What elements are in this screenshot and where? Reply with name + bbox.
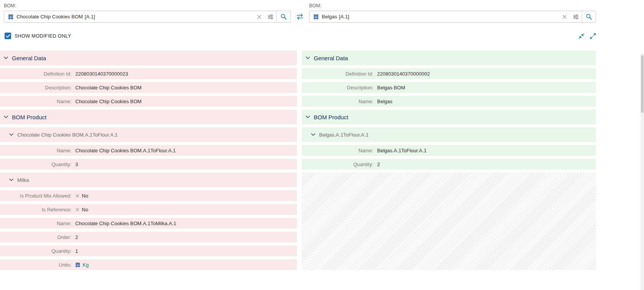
revision-label: [A.1] bbox=[339, 14, 349, 20]
field-row: Name:Belgas bbox=[302, 96, 596, 107]
table-icon bbox=[75, 262, 80, 267]
section-title: Milka bbox=[17, 177, 29, 183]
field-row: Is Reference:No bbox=[0, 204, 297, 215]
bom-picker-right-value: Belgas[A.1] bbox=[322, 14, 559, 20]
clear-icon[interactable] bbox=[254, 15, 265, 19]
bom-picker-left-value: Chocolate Chip Cookies BOM[A.1] bbox=[17, 14, 254, 20]
field-label: Quantity: bbox=[302, 161, 377, 167]
field-row: Description:Belgas BOM bbox=[302, 82, 596, 93]
search-icon[interactable] bbox=[276, 11, 290, 22]
field-value: 2208030140370000002 bbox=[377, 71, 430, 77]
panel-size-controls bbox=[578, 33, 596, 39]
field-label: Is Reference: bbox=[0, 207, 75, 213]
chevron-down-icon bbox=[4, 115, 8, 119]
field-value: No bbox=[75, 193, 88, 199]
field-value: Belgas BOM bbox=[377, 85, 405, 91]
field-label: Name: bbox=[0, 148, 75, 153]
x-mark-icon bbox=[75, 194, 79, 198]
show-modified-only-checkbox[interactable]: SHOW MODIFIED ONLY bbox=[5, 33, 71, 39]
field-value: 2 bbox=[75, 234, 78, 240]
field-value: No bbox=[75, 207, 88, 213]
field-row: Definition Id:2208030140370000002 bbox=[302, 68, 596, 79]
chevron-down-icon bbox=[9, 178, 13, 181]
bom-comparison: General DataDefinition Id:22080301403700… bbox=[0, 51, 644, 270]
field-label: Units: bbox=[0, 262, 75, 268]
field-row: Quantity:2 bbox=[302, 159, 596, 170]
field-value: Chocolate Chip Cookies BOM.A.1ToMilka.A.… bbox=[75, 221, 176, 226]
section-title: BOM Product bbox=[12, 114, 46, 120]
field-label: Is Product Mix Allowed: bbox=[0, 193, 75, 199]
chevron-down-icon bbox=[306, 115, 310, 119]
bom-picker-left-input[interactable]: Chocolate Chip Cookies BOM[A.1] bbox=[4, 11, 291, 23]
section-header[interactable]: General Data bbox=[302, 51, 596, 65]
field-label: Name: bbox=[302, 99, 377, 104]
field-label: Definition Id: bbox=[302, 71, 377, 77]
field-label: Quantity: bbox=[0, 161, 75, 167]
field-value: Chocolate Chip Cookies BOM.A.1ToFlour.A.… bbox=[75, 148, 176, 153]
section-title: Chocolate Chip Cookies BOM.A.1ToFlour.A.… bbox=[17, 132, 118, 138]
right-bom-panel: General DataDefinition Id:22080301403700… bbox=[302, 51, 596, 270]
field-label: Quantity: bbox=[0, 248, 75, 254]
search-icon[interactable] bbox=[582, 11, 596, 22]
field-row: Definition Id:2208030140370000023 bbox=[0, 68, 297, 79]
bom-picker-right-input[interactable]: Belgas[A.1] bbox=[309, 11, 596, 23]
subsection-header[interactable]: Chocolate Chip Cookies BOM.A.1ToFlour.A.… bbox=[0, 127, 297, 142]
bom-picker-right-label: BOM: bbox=[309, 3, 596, 8]
field-label: Name: bbox=[0, 221, 75, 226]
section-header[interactable]: General Data bbox=[0, 51, 297, 65]
subsection-header[interactable]: Milka bbox=[0, 173, 297, 187]
field-label: Order: bbox=[0, 234, 75, 240]
field-value: Chocolate Chip Cookies BOM bbox=[75, 85, 142, 91]
collapse-all-icon[interactable] bbox=[578, 33, 584, 39]
field-row: Description:Chocolate Chip Cookies BOM bbox=[0, 82, 297, 93]
scrollbar-thumb[interactable] bbox=[641, 55, 644, 113]
section-title: General Data bbox=[12, 55, 46, 61]
checkbox-checked-icon bbox=[5, 33, 11, 39]
revision-label: [A.1] bbox=[85, 14, 95, 20]
field-label: Description: bbox=[0, 85, 75, 91]
x-mark-icon bbox=[75, 208, 79, 212]
subsection-header[interactable]: Belgas.A.1ToFlour.A.1 bbox=[302, 127, 596, 142]
field-row: Name:Chocolate Chip Cookies BOM.A.1ToFlo… bbox=[0, 145, 297, 156]
comparison-toolbar: SHOW MODIFIED ONLY bbox=[0, 33, 596, 39]
bom-picker-left-label: BOM: bbox=[4, 3, 291, 8]
field-label: Name: bbox=[302, 148, 377, 153]
filter-icon[interactable] bbox=[265, 14, 276, 20]
section-title: BOM Product bbox=[314, 114, 348, 120]
field-value: 1 bbox=[75, 248, 78, 254]
field-value: 2 bbox=[377, 161, 380, 167]
bom-entity-icon bbox=[313, 14, 319, 20]
field-label: Description: bbox=[302, 85, 377, 91]
clear-icon[interactable] bbox=[559, 15, 570, 19]
vertical-scrollbar[interactable] bbox=[641, 54, 644, 290]
show-modified-only-label: SHOW MODIFIED ONLY bbox=[15, 33, 71, 39]
field-row: Name:Chocolate Chip Cookies BOM.A.1ToMil… bbox=[0, 218, 297, 229]
section-header[interactable]: BOM Product bbox=[302, 110, 596, 124]
field-row: Quantity:1 bbox=[0, 246, 297, 256]
bom-picker-left: BOM: Chocolate Chip Cookies BOM[A.1] bbox=[4, 3, 291, 23]
field-value: Belgas bbox=[377, 99, 392, 104]
chevron-down-icon bbox=[4, 56, 8, 59]
field-row: Order:2 bbox=[0, 232, 297, 242]
bom-picker-right: BOM: Belgas[A.1] bbox=[309, 3, 596, 23]
chevron-down-icon bbox=[311, 133, 315, 136]
field-row: Quantity:3 bbox=[0, 159, 297, 170]
field-row: Name:Chocolate Chip Cookies BOM bbox=[0, 96, 297, 107]
field-value: Belgas.A.1ToFlour.A.1 bbox=[377, 148, 427, 153]
empty-diff-placeholder bbox=[302, 173, 596, 270]
filter-icon[interactable] bbox=[570, 14, 582, 20]
bom-entity-icon bbox=[8, 14, 13, 20]
field-label: Name: bbox=[0, 99, 75, 104]
bom-picker-row: BOM: Chocolate Chip Cookies BOM[A.1] BOM… bbox=[0, 0, 644, 23]
swap-compare-icon[interactable] bbox=[291, 11, 309, 23]
field-value: 2208030140370000023 bbox=[75, 71, 128, 77]
expand-all-icon[interactable] bbox=[590, 33, 596, 39]
section-header[interactable]: BOM Product bbox=[0, 110, 297, 124]
field-value: 3 bbox=[75, 161, 78, 167]
section-title: Belgas.A.1ToFlour.A.1 bbox=[319, 132, 369, 138]
field-row: Units:Kg bbox=[0, 259, 297, 270]
units-link[interactable]: Kg bbox=[75, 262, 89, 268]
field-label: Definition Id: bbox=[0, 71, 75, 77]
chevron-down-icon bbox=[306, 56, 310, 59]
field-row: Is Product Mix Allowed:No bbox=[0, 190, 297, 201]
